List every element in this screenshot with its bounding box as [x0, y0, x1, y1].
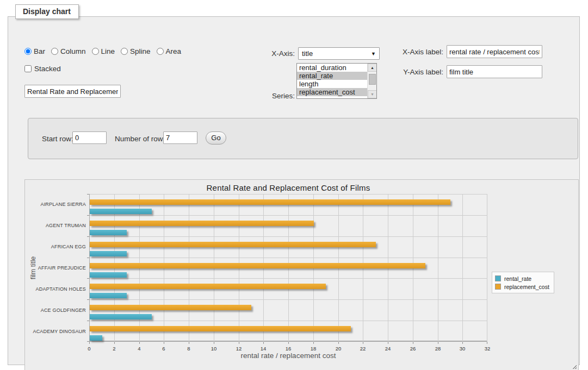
x-tick-mark: [263, 342, 264, 344]
x-tick-mark: [363, 342, 363, 344]
bar-rental_rate: [90, 272, 127, 278]
bar-replacement_cost: [90, 263, 425, 268]
bar-rental_rate: [90, 209, 152, 214]
legend-swatch-icon: [495, 284, 501, 290]
chart-title: Rental Rate and Replacement Cost of Film…: [89, 183, 487, 192]
bar-replacement_cost: [90, 326, 351, 331]
y-axis-label-label: Y-Axis label:: [378, 68, 443, 76]
x-axis-label-input[interactable]: [447, 45, 542, 58]
plot-area: 02468101214161820222426283032: [89, 194, 487, 342]
stacked-label: Stacked: [34, 65, 61, 73]
x-tick-label: 0: [83, 346, 96, 352]
resize-handle-icon[interactable]: [571, 363, 577, 369]
chart-type-radio-label: Area: [166, 47, 182, 55]
chart-type-radio-label: Column: [60, 47, 86, 55]
series-option-rental_duration[interactable]: rental_duration: [297, 64, 376, 72]
scroll-up-icon[interactable]: ▲: [368, 64, 377, 72]
x-axis-label-label: X-Axis label:: [378, 48, 443, 56]
x-tick-label: 4: [133, 346, 146, 352]
chart-title-input[interactable]: [24, 85, 121, 98]
x-tick-mark: [438, 342, 438, 344]
x-tick-mark: [164, 342, 164, 344]
stacked-checkbox[interactable]: Stacked: [24, 65, 61, 73]
x-tick-label: 24: [381, 346, 394, 352]
scroll-down-icon[interactable]: ▼: [368, 90, 377, 98]
chart-type-radio-group: BarColumnLineSplineArea: [24, 47, 181, 55]
chart-type-radio-column[interactable]: [51, 48, 58, 55]
x-tick-mark: [139, 342, 140, 344]
series-select-label: Series:: [237, 92, 295, 100]
chart-type-option-column[interactable]: Column: [51, 47, 86, 55]
x-tick-label: 32: [481, 346, 494, 352]
chart-type-option-spline[interactable]: Spline: [121, 47, 151, 55]
chart-type-radio-label: Line: [101, 47, 115, 55]
y-axis-title: film title: [29, 194, 37, 342]
x-tick-label: 10: [207, 346, 220, 352]
stacked-checkbox-input[interactable]: [24, 65, 32, 72]
bar-replacement_cost: [90, 305, 251, 310]
x-axis-title: rental rate / replacement cost: [89, 352, 487, 360]
chart-type-radio-spline[interactable]: [121, 48, 128, 55]
chart-type-option-bar[interactable]: Bar: [24, 47, 45, 55]
x-tick-label: 6: [157, 346, 170, 352]
bar-rental_rate: [90, 335, 102, 341]
v-gridline: [487, 194, 487, 342]
chart-type-radio-line[interactable]: [92, 48, 99, 55]
v-gridline: [438, 194, 438, 342]
start-row-label: Start row:: [42, 135, 73, 143]
x-tick-mark: [288, 342, 289, 344]
start-row-input[interactable]: [72, 131, 107, 144]
legend-entry-rental_rate: rental_rate: [495, 274, 549, 283]
x-tick-mark: [462, 342, 463, 344]
x-tick-label: 26: [406, 346, 419, 352]
x-tick-mark: [214, 342, 214, 344]
chart-type-radio-area[interactable]: [157, 48, 164, 55]
x-axis-selected-value: title: [302, 49, 313, 58]
bar-rental_rate: [90, 314, 152, 319]
chart-type-option-line[interactable]: Line: [92, 47, 115, 55]
chart-legend: rental_ratereplacement_cost: [492, 272, 554, 293]
chart-type-option-area[interactable]: Area: [157, 47, 182, 55]
x-tick-label: 18: [307, 346, 320, 352]
x-tick-label: 30: [456, 346, 469, 352]
y-axis-label-input[interactable]: [447, 65, 542, 78]
listbox-scrollbar[interactable]: ▲ ▼: [367, 64, 376, 98]
series-option-replacement_cost[interactable]: replacement_cost: [297, 88, 376, 96]
x-tick-label: 14: [257, 346, 270, 352]
page: Display chart BarColumnLineSplineArea St…: [0, 0, 588, 370]
display-chart-panel: BarColumnLineSplineArea Stacked X-Axis: …: [8, 16, 580, 365]
dropdown-arrow-icon: ▼: [371, 51, 376, 57]
x-axis-select-label: X-Axis:: [237, 49, 295, 58]
bar-rental_rate: [90, 293, 127, 298]
v-gridline: [462, 194, 463, 342]
bar-replacement_cost: [90, 221, 314, 226]
x-tick-label: 2: [108, 346, 121, 352]
x-tick-label: 16: [282, 346, 295, 352]
bar-replacement_cost: [90, 284, 326, 289]
go-button[interactable]: Go: [206, 131, 226, 145]
legend-entry-replacement_cost: replacement_cost: [495, 283, 549, 291]
x-axis-select[interactable]: title ▼: [298, 47, 380, 60]
x-tick-mark: [338, 342, 339, 344]
x-tick-label: 22: [356, 346, 369, 352]
series-listbox[interactable]: rental_durationrental_ratelengthreplacem…: [296, 63, 377, 99]
scrollbar-thumb[interactable]: [369, 74, 376, 85]
bar-replacement_cost: [90, 199, 450, 205]
x-tick-mark: [239, 342, 239, 344]
x-tick-mark: [189, 342, 189, 344]
bar-rental_rate: [90, 251, 127, 256]
legend-label: rental_rate: [504, 275, 531, 282]
number-of-rows-input[interactable]: [163, 131, 197, 144]
x-tick-mark: [413, 342, 413, 344]
x-tick-label: 8: [182, 346, 195, 352]
legend-swatch-icon: [495, 275, 501, 281]
series-option-length[interactable]: length: [297, 80, 376, 88]
chart-type-radio-bar[interactable]: [24, 48, 32, 55]
number-of-rows-label: Number of rows:: [115, 135, 169, 143]
x-tick-label: 20: [332, 346, 345, 352]
legend-label: replacement_cost: [504, 284, 549, 290]
x-tick-mark: [114, 342, 115, 344]
x-tick-label: 12: [232, 346, 245, 352]
series-option-rental_rate[interactable]: rental_rate: [297, 72, 376, 80]
fieldset-legend: Display chart: [15, 4, 79, 19]
